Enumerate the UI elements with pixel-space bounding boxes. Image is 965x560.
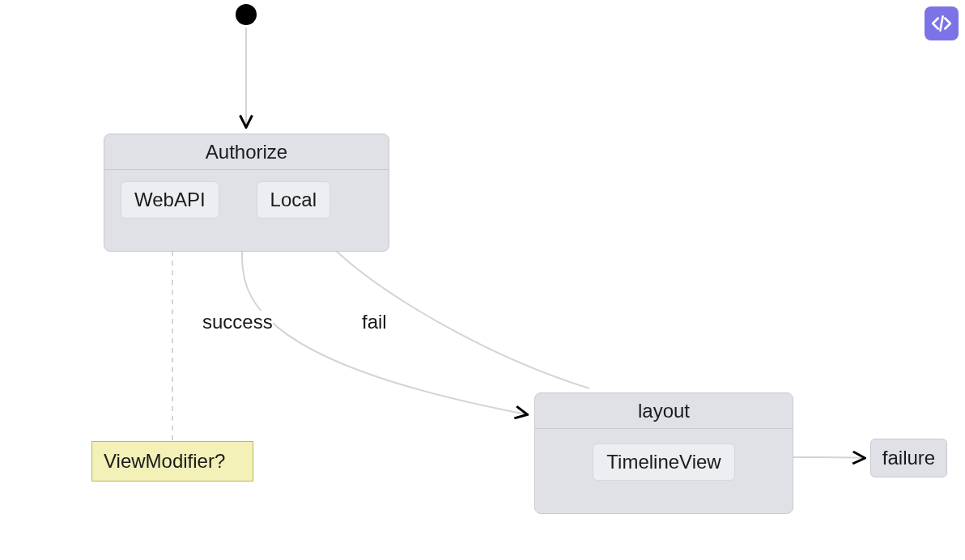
authorize-body: WebAPI Local (104, 170, 389, 235)
authorize-webapi-node[interactable]: WebAPI (121, 181, 219, 218)
authorize-title: Authorize (104, 134, 389, 170)
layout-timelineview-node[interactable]: TimelineView (593, 443, 734, 481)
code-icon (931, 13, 952, 34)
edge-layout-to-failure (793, 457, 864, 458)
edge-label-fail: fail (362, 311, 387, 333)
authorize-node[interactable]: Authorize WebAPI Local (104, 134, 389, 252)
start-node (236, 4, 257, 25)
code-toggle-button[interactable] (925, 6, 959, 40)
diagram-canvas: Authorize WebAPI Local ViewModifier? lay… (0, 0, 965, 560)
layout-node[interactable]: layout TimelineView (534, 392, 793, 514)
failure-node[interactable]: failure (870, 439, 947, 477)
edge-label-success: success (202, 311, 273, 333)
viewmodifier-note[interactable]: ViewModifier? (91, 441, 253, 482)
layout-body: TimelineView (535, 429, 793, 497)
authorize-local-node[interactable]: Local (257, 181, 330, 218)
layout-title: layout (535, 393, 793, 429)
